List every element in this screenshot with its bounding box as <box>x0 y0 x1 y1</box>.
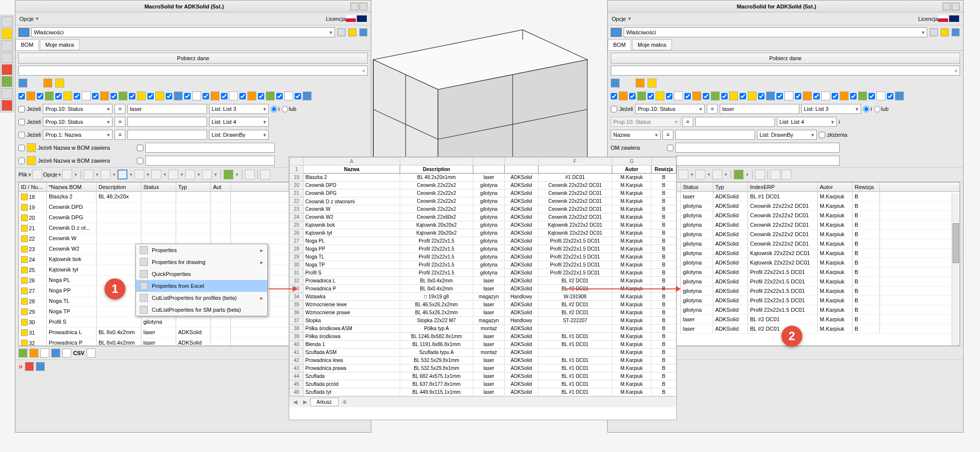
chk12r[interactable] <box>813 93 820 99</box>
excel-row[interactable]: 46Szuflada tyłBL 449.9x115.1x1mmlaserADK… <box>290 388 676 396</box>
tb8[interactable] <box>168 170 178 180</box>
val5[interactable] <box>145 156 275 166</box>
gear2-icon[interactable] <box>337 28 345 36</box>
radio-i1r[interactable] <box>863 106 870 112</box>
list-combo3[interactable]: List: DrawnBy▾ <box>209 130 269 140</box>
f2-icon[interactable] <box>29 349 38 358</box>
chk16r[interactable] <box>887 93 893 99</box>
val3r[interactable] <box>675 130 755 140</box>
tb11[interactable] <box>260 170 270 180</box>
tb2[interactable] <box>62 170 72 180</box>
chk10r[interactable] <box>776 93 783 99</box>
camera-icon-r[interactable] <box>755 170 765 180</box>
mi-properties-from-excel[interactable]: Properties from Excel <box>136 280 267 292</box>
chk7r[interactable] <box>721 93 728 99</box>
box-icon[interactable] <box>1 28 12 39</box>
chk9[interactable] <box>166 93 172 99</box>
grid2-icon[interactable] <box>55 79 64 88</box>
db-icon-r[interactable] <box>952 28 960 36</box>
prop-combo1r[interactable]: Prop.10: Status▾ <box>635 104 705 114</box>
filter-input[interactable]: < <box>18 66 368 76</box>
excel-row[interactable]: 29Noga TLProfil 22x22x1.5gilotynaADKSoli… <box>290 253 676 261</box>
excel-row[interactable]: 37StopkaStopka 22x22 M7magazynHandlowyST… <box>290 317 676 325</box>
opcje2-label[interactable]: Opcje <box>43 172 58 178</box>
op1[interactable]: = <box>114 104 125 114</box>
nazwabom-chk2b[interactable] <box>137 158 143 164</box>
excel-row[interactable]: 38Półka środkowa ASMPółka typ AmontażADK… <box>290 325 676 333</box>
funnel-icon[interactable] <box>18 79 27 88</box>
val1[interactable]: laser <box>127 104 207 114</box>
tb3[interactable] <box>84 170 94 180</box>
chk4[interactable] <box>74 93 80 99</box>
rtb8[interactable] <box>770 170 780 180</box>
opcje-label[interactable]: Opcje <box>19 16 34 22</box>
chk1[interactable] <box>18 93 25 99</box>
val3[interactable] <box>127 130 207 140</box>
radio-lub1r[interactable] <box>874 106 880 112</box>
layers-icon[interactable] <box>1 52 12 63</box>
list-combo3r[interactable]: List: DrawnBy▾ <box>757 130 817 140</box>
chk11r[interactable] <box>795 93 801 99</box>
tb5-active[interactable] <box>117 170 127 180</box>
search-combo-r[interactable]: Właściwości▾ <box>624 27 927 37</box>
prop-combo3[interactable]: Prop.1: Nazwa▾ <box>43 130 112 140</box>
op1r[interactable]: = <box>707 104 718 114</box>
excel-row[interactable]: 30Noga TPProfil 22x22x1.5gilotynaADKSoli… <box>290 261 676 269</box>
home-icon[interactable] <box>1 16 12 27</box>
col-typ[interactable]: Typ <box>176 182 211 191</box>
play-icon-r[interactable] <box>734 170 744 180</box>
color-icon[interactable] <box>1 64 12 75</box>
chk9r[interactable] <box>758 93 764 99</box>
scrollbar-r[interactable] <box>952 193 960 346</box>
grid2-icon-r[interactable] <box>648 79 656 88</box>
excel-row[interactable]: 42Prowadnica lewaBL 532.5x29.8x1mmlaserA… <box>290 357 676 364</box>
chk4r[interactable] <box>666 93 672 99</box>
search-combo[interactable]: Właściwości▾ <box>31 27 335 37</box>
val4[interactable] <box>145 143 275 153</box>
grid-icon[interactable] <box>43 79 52 88</box>
col-autor-r[interactable]: Autor <box>818 182 853 191</box>
chk14[interactable] <box>258 93 264 99</box>
monitor-icon[interactable] <box>18 28 29 37</box>
excel-row[interactable]: 39Półka środkowaBL 1246.8x582.8x1mmlaser… <box>290 333 676 341</box>
jezeli-chk2[interactable] <box>18 119 25 125</box>
monitor-icon-r[interactable] <box>611 28 622 37</box>
val1r[interactable]: laser <box>720 104 799 114</box>
chk13r[interactable] <box>832 93 838 99</box>
col-aut[interactable]: Aut <box>211 182 231 191</box>
chk7[interactable] <box>129 93 135 99</box>
folder-icon[interactable] <box>1 40 12 51</box>
op2[interactable]: = <box>114 117 125 127</box>
mi-cutlist-sm[interactable]: CutListProperties for SM parts (beta) <box>136 304 267 316</box>
chk2[interactable] <box>37 93 43 99</box>
nazwabom-chk1[interactable] <box>18 145 25 151</box>
list-combo1[interactable]: List: List 3▾ <box>209 104 269 114</box>
chk5[interactable] <box>92 93 99 99</box>
tv-icon[interactable] <box>36 362 45 371</box>
yt-icon[interactable] <box>25 362 34 371</box>
list-combo2r[interactable]: List: List 4▾ <box>777 117 837 127</box>
col-index-r[interactable]: IndexERP <box>748 182 818 191</box>
excel-row[interactable]: 26Kątownik tyłKątownik 20x20x2gilotynaAD… <box>290 229 676 237</box>
tb10[interactable] <box>202 170 212 180</box>
plik-label[interactable]: Plik <box>18 172 27 178</box>
rtb6[interactable] <box>695 170 705 180</box>
nazwa-combo-r[interactable]: Nazwa▾ <box>611 130 660 140</box>
excel-row[interactable]: 27Noga PLProfil 22x22x1.5gilotynaADKSoli… <box>290 237 676 245</box>
f5-icon[interactable] <box>62 349 71 358</box>
chevron-icon[interactable]: » <box>18 362 23 371</box>
list-combo2[interactable]: List: List 4▾ <box>209 117 269 127</box>
chk6r[interactable] <box>703 93 709 99</box>
excel-row[interactable]: 31Profil SProfil 22x22x1.5gilotynaADKSol… <box>290 269 676 277</box>
mi-quickproperties[interactable]: QuickProperties <box>136 268 267 280</box>
val4r[interactable] <box>675 143 840 153</box>
excel-row[interactable]: 35Wzmocnienie leweBL 46.5x26.2x2mmlaserA… <box>290 301 676 309</box>
f6-icon[interactable] <box>87 349 96 358</box>
funnel-icon-r[interactable] <box>611 79 620 88</box>
col-status-r[interactable]: Status <box>681 182 713 191</box>
tool-icon[interactable] <box>1 88 12 99</box>
op3[interactable]: = <box>114 130 125 140</box>
f1-icon[interactable] <box>18 349 27 358</box>
col-nazwa[interactable]: *Nazwa BOM <box>47 182 97 191</box>
col-typ-r[interactable]: Typ <box>713 182 748 191</box>
